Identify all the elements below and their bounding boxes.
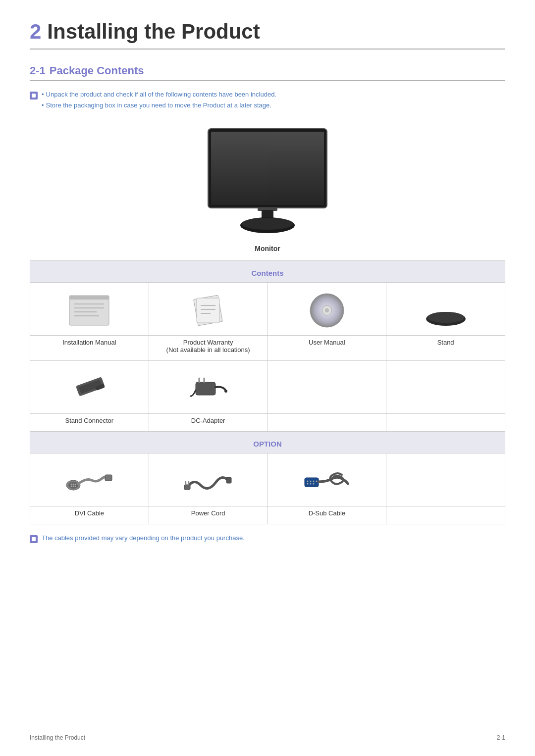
svg-point-48 (307, 483, 308, 484)
dc-adapter-label: DC-Adapter (149, 414, 268, 432)
empty-cell-1 (268, 361, 386, 414)
dvi-cable-image (34, 461, 145, 501)
svg-point-37 (73, 485, 74, 487)
empty-label-1 (268, 414, 386, 432)
monitor-image (188, 124, 347, 238)
option-header: OPTION (30, 432, 505, 454)
svg-point-33 (71, 483, 72, 485)
user-manual-img-cell (268, 283, 386, 336)
svg-point-49 (310, 483, 311, 484)
note-row-1: •Unpack the product and check if all of … (30, 91, 505, 100)
stand-img-cell (386, 283, 505, 336)
installation-manual-image (34, 291, 145, 330)
product-warranty-image (153, 291, 264, 330)
stand-label: Stand (386, 336, 505, 361)
product-warranty-img-cell (149, 283, 268, 336)
svg-point-36 (71, 485, 72, 487)
contents-table: Contents (30, 260, 505, 524)
chapter-num: 2 (30, 20, 41, 43)
contents-header: Contents (30, 261, 505, 283)
svg-rect-39 (184, 485, 190, 490)
section-header: 2-1Package Contents (30, 64, 505, 81)
bottom-note-icon (30, 535, 38, 543)
stand-image (390, 291, 501, 330)
svg-rect-8 (69, 296, 109, 300)
user-manual-label: User Manual (268, 336, 386, 361)
svg-point-44 (307, 480, 308, 482)
svg-point-31 (68, 482, 78, 489)
stand-connector-label: Stand Connector (30, 414, 149, 432)
power-cord-label: Power Cord (149, 506, 268, 524)
svg-point-6 (242, 218, 293, 230)
svg-rect-43 (305, 478, 319, 487)
svg-point-34 (73, 483, 74, 485)
product-warranty-label: Product Warranty (Not available in all l… (149, 336, 268, 361)
note-row-2: •Store the packaging box in case you nee… (30, 101, 505, 109)
svg-point-38 (75, 485, 76, 487)
contents-label-row-1: Installation Manual Product Warranty (No… (30, 336, 505, 361)
svg-rect-2 (211, 132, 324, 205)
note-icon-1 (30, 92, 38, 100)
option-empty-label (386, 506, 505, 524)
section-num: 2-1 (30, 64, 46, 77)
monitor-label: Monitor (30, 245, 505, 252)
option-image-row (30, 454, 505, 506)
svg-point-20 (325, 308, 329, 312)
dsub-cable-label: D-Sub Cable (268, 506, 386, 524)
stand-connector-img-cell (30, 361, 149, 414)
empty-cell-2 (386, 361, 505, 414)
power-cord-img-cell (149, 454, 268, 506)
contents-label-row-2: Stand Connector DC-Adapter (30, 414, 505, 432)
footer-right: 2-1 (497, 734, 505, 741)
footer: Installing the Product 2-1 (30, 730, 505, 741)
power-cord-image (153, 461, 264, 501)
svg-point-27 (224, 390, 227, 393)
svg-point-22 (428, 312, 464, 323)
page-title-text: Installing the Product (47, 20, 260, 43)
stand-connector-image (34, 369, 145, 408)
dc-adapter-img-cell (149, 361, 268, 414)
svg-rect-14 (197, 298, 219, 323)
svg-point-50 (313, 483, 314, 484)
installation-manual-img-cell (30, 283, 149, 336)
option-label-row: DVI Cable Power Cord D-Sub Cable (30, 506, 505, 524)
section-title-text: Package Contents (50, 64, 144, 77)
svg-point-35 (75, 483, 76, 485)
svg-rect-42 (226, 477, 231, 483)
dvi-cable-label: DVI Cable (30, 506, 149, 524)
svg-rect-26 (196, 382, 215, 395)
user-manual-image (272, 291, 382, 330)
dsub-cable-image (272, 461, 382, 501)
page-title: 2Installing the Product (30, 20, 505, 44)
footer-left: Installing the Product (30, 734, 85, 741)
svg-point-45 (310, 480, 311, 482)
svg-point-47 (316, 480, 317, 482)
bottom-note-text: The cables provided may vary depending o… (42, 534, 245, 542)
contents-image-row-1 (30, 283, 505, 336)
option-header-row: OPTION (30, 432, 505, 454)
dvi-cable-img-cell (30, 454, 149, 506)
page-header: 2Installing the Product (30, 20, 505, 50)
installation-manual-label: Installation Manual (30, 336, 149, 361)
contents-image-row-2 (30, 361, 505, 414)
section-title: 2-1Package Contents (30, 64, 505, 77)
note-text-1: •Unpack the product and check if all of … (42, 91, 276, 98)
dsub-cable-img-cell (268, 454, 386, 506)
svg-rect-7 (69, 296, 109, 325)
monitor-image-container (30, 124, 505, 240)
svg-point-46 (313, 480, 314, 482)
empty-label-2 (386, 414, 505, 432)
note-text-2: •Store the packaging box in case you nee… (42, 101, 271, 109)
dc-adapter-image (153, 369, 264, 408)
notes-block: •Unpack the product and check if all of … (30, 91, 505, 109)
option-empty-cell (386, 454, 505, 506)
svg-rect-32 (105, 475, 112, 481)
bottom-note: The cables provided may vary depending o… (30, 534, 505, 543)
